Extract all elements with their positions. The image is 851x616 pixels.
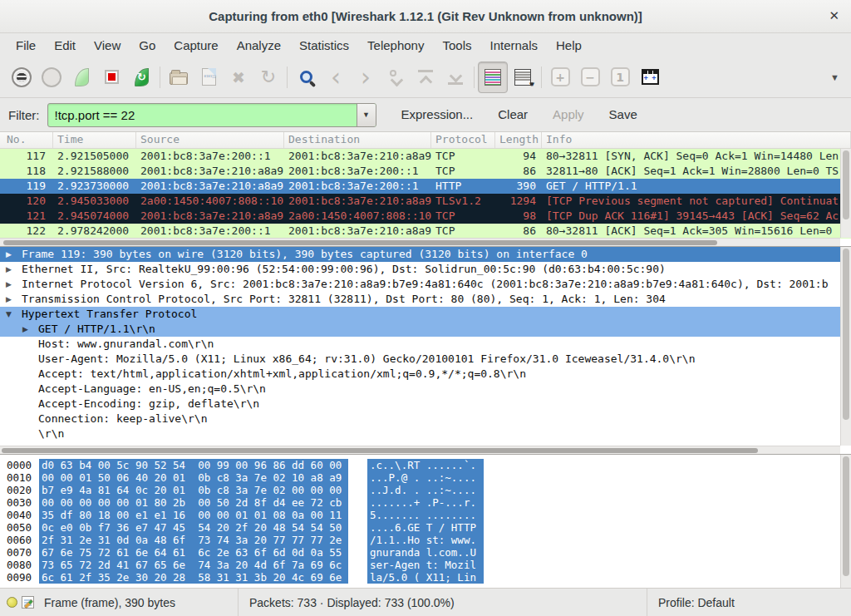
details-hscrollbar[interactable] <box>0 446 840 454</box>
hex-ascii[interactable]: ser-Agen t: Mozil <box>367 559 484 571</box>
menu-item-statistics[interactable]: Statistics <box>290 36 358 55</box>
hex-bytes[interactable]: 2f 31 2e 31 0d 0a 48 6f 73 74 3a 20 77 7… <box>39 534 348 546</box>
hex-ascii[interactable]: gnuranda l.com..U <box>367 546 484 559</box>
column-header-src[interactable]: Source <box>136 132 284 148</box>
hex-bytes[interactable]: 73 65 72 2d 41 67 65 6e 74 3a 20 4d 6f 7… <box>39 559 348 571</box>
hex-ascii[interactable]: ..J.d. . ..:~.... <box>367 484 484 496</box>
detail-line-7[interactable]: User-Agent: Mozilla/5.0 (X11; Linux x86_… <box>0 352 851 367</box>
filter-dropdown-icon[interactable]: ▼ <box>357 104 376 126</box>
hex-ascii[interactable]: .c..\.RT ......`. <box>367 459 484 471</box>
hex-row-0070[interactable]: 007067 6e 75 72 61 6e 64 61 6c 2e 63 6f … <box>0 546 851 559</box>
menu-item-telephony[interactable]: Telephony <box>358 36 433 55</box>
hex-row-0010[interactable]: 001000 00 01 50 06 40 20 01 0b c8 3a 7e … <box>0 471 851 484</box>
filter-save-button[interactable]: Save <box>609 107 637 121</box>
hex-bytes[interactable]: 67 6e 75 72 61 6e 64 61 6c 2e 63 6f 6d 0… <box>39 546 348 559</box>
menu-item-internals[interactable]: Internals <box>480 36 547 55</box>
column-header-proto[interactable]: Protocol <box>431 132 495 148</box>
go-forward-icon[interactable]: › <box>351 62 381 93</box>
reload-icon[interactable]: ↻ <box>253 62 283 93</box>
hex-bytes[interactable]: d0 63 b4 00 5c 90 52 54 00 99 00 96 86 d… <box>39 459 348 471</box>
hex-ascii[interactable]: 5....... ........ <box>367 509 484 521</box>
capture-comment-icon[interactable] <box>22 596 34 609</box>
menu-item-help[interactable]: Help <box>547 36 591 55</box>
menu-item-file[interactable]: File <box>7 36 45 55</box>
capture-stop-icon[interactable] <box>96 62 126 93</box>
hex-ascii[interactable]: la/5.0 ( X11; Lin <box>367 571 484 584</box>
hex-bytes[interactable]: 6c 61 2f 35 2e 30 20 28 58 31 31 3b 20 4… <box>39 571 348 584</box>
packet-row-119[interactable]: 1192.9237300002001:bc8:3a7e:210:a8a92001… <box>0 179 851 194</box>
filter-apply-button[interactable]: Apply <box>553 107 584 121</box>
menu-item-edit[interactable]: Edit <box>45 36 85 55</box>
go-to-top-icon[interactable] <box>411 62 440 93</box>
go-to-bottom-icon[interactable] <box>440 62 470 93</box>
menu-item-go[interactable]: Go <box>130 36 165 55</box>
colorize-icon[interactable] <box>478 62 508 93</box>
details-vscrollbar[interactable] <box>840 247 851 446</box>
menu-item-capture[interactable]: Capture <box>165 36 227 55</box>
expander-icon[interactable]: ▼ <box>6 307 12 322</box>
detail-line-3[interactable]: ▶Transmission Control Protocol, Src Port… <box>0 292 851 307</box>
zoom-in-icon[interactable]: + <box>545 62 575 93</box>
column-header-info[interactable]: Info <box>542 132 851 148</box>
toolbar-overflow-icon[interactable]: ▼ <box>830 72 844 82</box>
expander-icon[interactable]: ▶ <box>22 322 28 337</box>
detail-line-12[interactable]: \r\n <box>0 426 851 441</box>
hex-ascii[interactable]: .......+ .P-...r. <box>367 496 484 509</box>
menu-item-analyze[interactable]: Analyze <box>228 36 290 55</box>
menu-item-tools[interactable]: Tools <box>433 36 480 55</box>
hex-bytes[interactable]: b7 e9 4a 81 64 0c 20 01 0b c8 3a 7e 02 0… <box>39 484 348 496</box>
hex-row-0080[interactable]: 008073 65 72 2d 41 67 65 6e 74 3a 20 4d … <box>0 559 851 571</box>
detail-line-5[interactable]: ▶GET / HTTP/1.1\r\n <box>0 322 851 337</box>
detail-line-4[interactable]: ▼Hypertext Transfer Protocol <box>0 307 851 322</box>
filter-expression-button[interactable]: Expression... <box>401 107 474 121</box>
detail-line-0[interactable]: ▶Frame 119: 390 bytes on wire (3120 bits… <box>0 247 851 262</box>
hex-row-0060[interactable]: 00602f 31 2e 31 0d 0a 48 6f 73 74 3a 20 … <box>0 534 851 546</box>
hex-bytes[interactable]: 00 00 01 50 06 40 20 01 0b c8 3a 7e 02 1… <box>39 471 348 484</box>
expert-info-icon[interactable] <box>7 597 17 608</box>
hex-row-0030[interactable]: 003000 00 00 00 00 01 80 2b 00 50 2d 8f … <box>0 496 851 509</box>
packet-list-vscrollbar[interactable] <box>840 149 851 238</box>
find-packet-icon[interactable] <box>291 62 321 93</box>
hex-bytes[interactable]: 0c e0 0b f7 36 e7 47 45 54 20 2f 20 48 5… <box>39 521 348 534</box>
close-window-icon[interactable]: ✕ <box>829 9 839 22</box>
capture-start-icon[interactable] <box>66 62 96 93</box>
hex-bytes[interactable]: 35 df 80 18 00 e1 e1 16 00 00 01 01 08 0… <box>39 509 348 521</box>
packet-row-118[interactable]: 1182.9215880002001:bc8:3a7e:210:a8a92001… <box>0 164 851 179</box>
packet-row-121[interactable]: 1212.9450740002001:bc8:3a7e:210:a8a92a00… <box>0 209 851 224</box>
detail-line-8[interactable]: Accept: text/html,application/xhtml+xml,… <box>0 367 851 382</box>
capture-options-icon[interactable] <box>37 62 66 93</box>
column-header-len[interactable]: Length <box>495 132 542 148</box>
hex-vscrollbar[interactable] <box>840 455 851 588</box>
detail-line-10[interactable]: Accept-Encoding: gzip, deflate\r\n <box>0 397 851 411</box>
status-profile[interactable]: Profile: Default <box>647 589 851 616</box>
detail-line-1[interactable]: ▶Ethernet II, Src: RealtekU_99:00:96 (52… <box>0 262 851 277</box>
go-to-packet-icon[interactable] <box>381 62 411 93</box>
filter-value[interactable]: !tcp.port == 22 <box>48 108 357 122</box>
auto-scroll-icon[interactable] <box>508 62 538 93</box>
hex-row-0020[interactable]: 0020b7 e9 4a 81 64 0c 20 01 0b c8 3a 7e … <box>0 484 851 496</box>
resize-columns-icon[interactable] <box>635 62 665 93</box>
packet-row-117[interactable]: 1172.9215050002001:bc8:3a7e:200::12001:b… <box>0 149 851 164</box>
menu-item-view[interactable]: View <box>85 36 130 55</box>
hex-row-0040[interactable]: 004035 df 80 18 00 e1 e1 16 00 00 01 01 … <box>0 509 851 521</box>
expander-icon[interactable]: ▶ <box>6 247 12 262</box>
go-back-icon[interactable]: ‹ <box>321 62 351 93</box>
expander-icon[interactable]: ▶ <box>6 292 12 307</box>
save-file-icon[interactable] <box>194 62 224 93</box>
column-header-dst[interactable]: Destination <box>284 132 431 148</box>
hex-row-0000[interactable]: 0000d0 63 b4 00 5c 90 52 54 00 99 00 96 … <box>0 459 851 471</box>
column-header-time[interactable]: Time <box>53 132 136 148</box>
hex-bytes[interactable]: 00 00 00 00 00 01 80 2b 00 50 2d 8f d4 e… <box>39 496 348 509</box>
detail-line-6[interactable]: Host: www.gnurandal.com\r\n <box>0 337 851 352</box>
column-header-no[interactable]: No. <box>0 132 53 148</box>
packet-row-120[interactable]: 1202.9450330002a00:1450:4007:808::102001… <box>0 194 851 209</box>
expander-icon[interactable]: ▶ <box>6 262 12 277</box>
packet-row-122[interactable]: 1222.9782420002001:bc8:3a7e:200::12001:b… <box>0 224 851 239</box>
filter-clear-button[interactable]: Clear <box>498 107 528 121</box>
filter-input[interactable]: !tcp.port == 22 ▼ <box>47 103 376 127</box>
hex-ascii[interactable]: ....6.GE T / HTTP <box>367 521 484 534</box>
capture-restart-icon[interactable] <box>126 62 156 93</box>
detail-line-2[interactable]: ▶Internet Protocol Version 6, Src: 2001:… <box>0 277 851 292</box>
list-interfaces-icon[interactable] <box>7 62 37 93</box>
open-file-icon[interactable] <box>164 62 194 93</box>
